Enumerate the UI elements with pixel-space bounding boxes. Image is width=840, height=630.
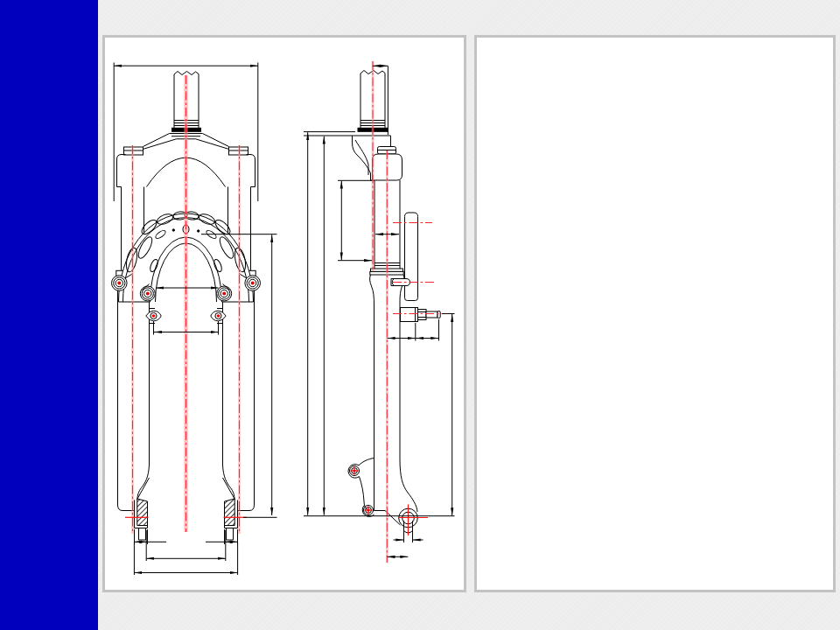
side-view [304,61,455,563]
slide-canvas: { "app": { "background": "#efefef", "sid… [0,0,840,630]
front-view [112,63,277,576]
side-rotor-bracket [405,213,418,301]
side-axle-skewer [401,308,441,322]
front-dimensions [114,63,276,576]
blank-panel[interactable] [474,35,836,592]
front-centerlines [117,75,254,534]
side-crown [353,136,402,180]
fork-technical-drawing [105,38,464,590]
sidebar-accent-bar [0,0,98,630]
side-disc-mount [348,458,374,517]
drawing-panel[interactable] [102,35,466,592]
